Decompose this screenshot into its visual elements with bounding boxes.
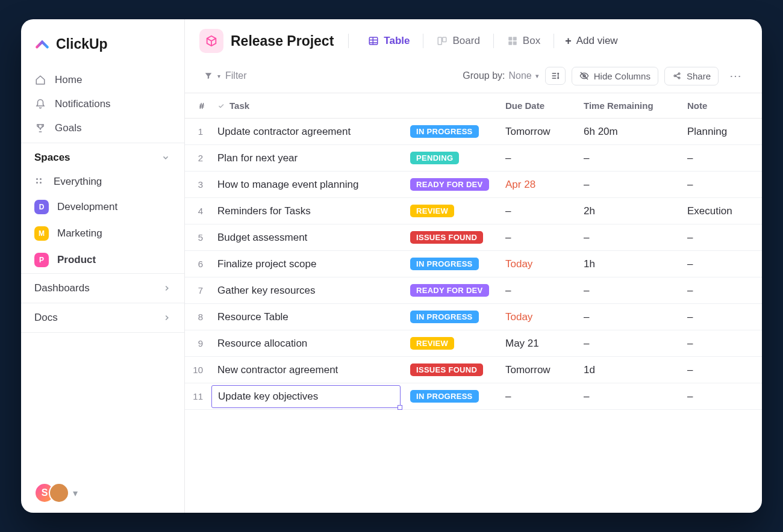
status-cell[interactable]: PENDING [404, 146, 499, 170]
task-cell[interactable]: New contractor agreement [211, 358, 404, 382]
task-cell[interactable]: Reminders for Tasks [211, 199, 404, 223]
add-view-label: Add view [576, 35, 618, 47]
table-row[interactable]: 4 Reminders for Tasks REVIEW – 2h Execut… [185, 198, 762, 224]
note-cell[interactable]: – [681, 305, 761, 329]
nav-docs[interactable]: Docs [21, 303, 184, 333]
due-cell[interactable]: – [499, 279, 578, 303]
due-cell[interactable]: May 21 [499, 332, 578, 356]
nav-dashboards[interactable]: Dashboards [21, 273, 184, 303]
time-cell[interactable]: 1h [578, 252, 681, 276]
space-label: Product [57, 254, 96, 266]
nav-docs-label: Docs [34, 312, 58, 324]
note-cell[interactable]: Execution [681, 199, 761, 223]
time-cell[interactable]: – [578, 279, 681, 303]
user-avatars[interactable]: S ▾ [21, 483, 184, 503]
space-item-marketing[interactable]: MMarketing [21, 220, 184, 247]
filter-button[interactable]: ▾ Filter [199, 67, 252, 85]
space-everything[interactable]: Everything [21, 170, 184, 194]
status-cell[interactable]: IN PROGRESS [404, 305, 499, 329]
status-cell[interactable]: READY FOR DEV [404, 172, 499, 197]
status-cell[interactable]: IN PROGRESS [404, 119, 499, 144]
status-cell[interactable]: REVIEW [404, 199, 499, 223]
status-cell[interactable]: ISSUES FOUND [404, 225, 499, 250]
table-row[interactable]: 11 Update key objectives IN PROGRESS – –… [185, 383, 762, 410]
view-tab-box[interactable]: Box [499, 30, 549, 52]
note-cell[interactable]: – [681, 279, 761, 303]
add-view-button[interactable]: + Add view [559, 30, 624, 52]
time-cell[interactable]: 1d [578, 358, 681, 382]
note-cell[interactable]: – [681, 358, 761, 382]
note-cell[interactable]: Planning [681, 120, 761, 144]
task-cell[interactable]: Plan for next year [211, 146, 404, 170]
nav-home[interactable]: Home [21, 68, 184, 92]
note-cell[interactable]: – [681, 385, 761, 409]
view-tab-board[interactable]: Board [428, 30, 488, 52]
time-cell[interactable]: – [578, 146, 681, 170]
space-item-development[interactable]: DDevelopment [21, 194, 184, 220]
status-cell[interactable]: READY FOR DEV [404, 278, 499, 303]
table-row[interactable]: 2 Plan for next year PENDING – – – [185, 145, 762, 172]
due-cell[interactable]: Today [499, 305, 578, 329]
col-task[interactable]: Task [211, 93, 404, 118]
task-cell-editing[interactable]: Update key objectives [211, 385, 401, 408]
table-row[interactable]: 5 Budget assessment ISSUES FOUND – – – [185, 224, 762, 251]
table-row[interactable]: 7 Gather key resources READY FOR DEV – –… [185, 277, 762, 304]
time-cell[interactable]: – [578, 226, 681, 250]
col-due[interactable]: Due Date [499, 93, 578, 118]
due-cell[interactable]: – [499, 146, 578, 170]
status-cell[interactable]: ISSUES FOUND [404, 357, 499, 382]
table-row[interactable]: 9 Resource allocation REVIEW May 21 – – [185, 330, 762, 357]
hide-columns-button[interactable]: Hide Columns [572, 67, 658, 85]
share-button[interactable]: Share [664, 67, 719, 85]
funnel-icon [204, 72, 213, 80]
space-item-product[interactable]: PProduct [21, 247, 184, 273]
row-number: 3 [185, 173, 211, 196]
note-cell[interactable]: – [681, 173, 761, 197]
due-cell[interactable]: – [499, 226, 578, 250]
due-cell[interactable]: – [499, 385, 578, 409]
nav-goals[interactable]: Goals [21, 116, 184, 140]
table-row[interactable]: 3 How to manage event planning READY FOR… [185, 172, 762, 198]
table-row[interactable]: 1 Update contractor agreement IN PROGRES… [185, 119, 762, 145]
table-row[interactable]: 8 Resource Table IN PROGRESS Today – – [185, 304, 762, 330]
time-cell[interactable]: 6h 20m [578, 120, 681, 144]
task-cell[interactable]: Resource allocation [211, 332, 404, 356]
task-cell[interactable]: Resource Table [211, 305, 404, 329]
time-cell[interactable]: 2h [578, 199, 681, 223]
clickup-logo-icon [34, 37, 50, 52]
row-height-button[interactable] [545, 67, 566, 85]
view-tab-table[interactable]: Table [360, 30, 418, 52]
table-row[interactable]: 10 New contractor agreement ISSUES FOUND… [185, 357, 762, 383]
due-cell[interactable]: Apr 28 [499, 173, 578, 197]
groupby[interactable]: Group by: None ▾ [463, 70, 539, 81]
nav-notifications[interactable]: Notifications [21, 92, 184, 116]
col-note[interactable]: Note [681, 93, 761, 118]
status-cell[interactable]: IN PROGRESS [404, 252, 499, 276]
col-status[interactable] [404, 99, 499, 113]
col-number[interactable]: # [185, 93, 211, 118]
status-cell[interactable]: IN PROGRESS [404, 384, 499, 409]
spaces-header[interactable]: Spaces [21, 143, 184, 170]
brand[interactable]: ClickUp [21, 31, 184, 66]
task-cell[interactable]: How to manage event planning [211, 173, 404, 197]
table-row[interactable]: 6 Finalize project scope IN PROGRESS Tod… [185, 251, 762, 277]
time-cell[interactable]: – [578, 332, 681, 356]
note-cell[interactable]: – [681, 252, 761, 276]
note-cell[interactable]: – [681, 226, 761, 250]
time-cell[interactable]: – [578, 385, 681, 409]
more-button[interactable]: ⋯ [725, 66, 747, 85]
note-cell[interactable]: – [681, 332, 761, 356]
status-cell[interactable]: REVIEW [404, 331, 499, 356]
task-cell[interactable]: Update contractor agreement [211, 120, 404, 144]
due-cell[interactable]: Tomorrow [499, 358, 578, 382]
due-cell[interactable]: Tomorrow [499, 120, 578, 144]
due-cell[interactable]: Today [499, 252, 578, 276]
col-time[interactable]: Time Remaining [578, 93, 681, 118]
task-cell[interactable]: Finalize project scope [211, 252, 404, 276]
time-cell[interactable]: – [578, 173, 681, 197]
time-cell[interactable]: – [578, 305, 681, 329]
task-cell[interactable]: Gather key resources [211, 279, 404, 303]
task-cell[interactable]: Budget assessment [211, 226, 404, 250]
note-cell[interactable]: – [681, 146, 761, 170]
due-cell[interactable]: – [499, 199, 578, 223]
